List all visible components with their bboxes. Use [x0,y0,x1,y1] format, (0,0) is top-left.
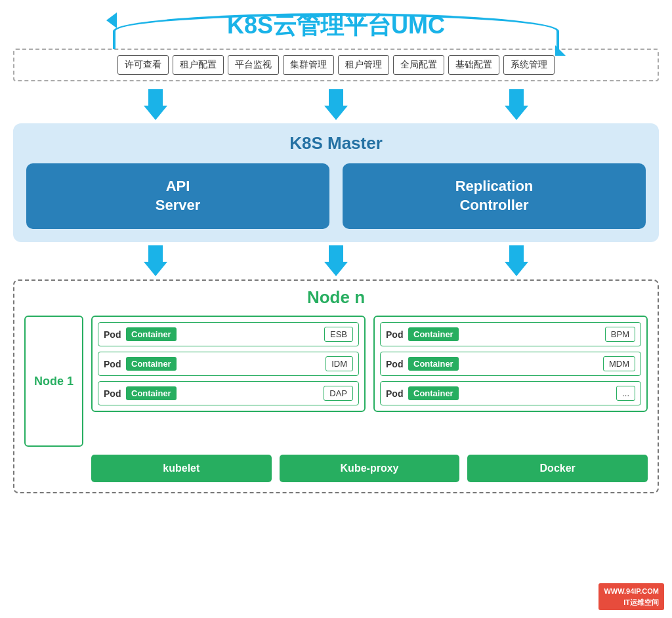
menu-item-7[interactable]: 系统管理 [503,55,555,75]
service-kube-proxy: Kube-proxy [280,455,460,482]
container-label-0: Container [126,327,177,341]
node1-box: Node 1 [24,316,83,447]
pod-label-1: Pod [104,359,122,369]
container-label-2: Container [126,386,177,400]
pod-row-dap: Pod Container DAP [98,381,359,405]
app-label-mdm: MDM [603,356,635,371]
api-server: API Server [26,163,329,229]
pod-row-esb: Pod Container ESB [98,322,359,346]
node1-label: Node 1 [34,375,74,388]
menu-item-4[interactable]: 租户管理 [338,55,389,75]
app-label-dap: DAP [324,386,353,401]
pod-group-left: Pod Container ESB Pod Container IDM Pod … [91,316,366,412]
pod-row-bpm: Pod Container BPM [380,322,641,346]
pod-group-right: Pod Container BPM Pod Container MDM Pod … [373,316,648,412]
umc-title: K8S云管理平台UMC [13,7,659,42]
services-row: kubelet Kube-proxy Docker [91,455,648,482]
arrow-4 [144,245,167,276]
pod-label-0: Pod [104,329,122,340]
pod-row-idm: Pod Container IDM [98,352,359,376]
app-label-esb: ESB [324,327,353,342]
watermark-line2: IT运维空间 [604,597,659,608]
container-label-5: Container [408,386,459,400]
watermark: WWW.94IP.COM IT运维空间 [598,583,664,610]
menu-item-6[interactable]: 基础配置 [448,55,499,75]
container-label-1: Container [126,357,177,371]
container-label-3: Container [408,327,459,341]
node-n-box: Node n Node 1 Pod Container ESB Pod Co [13,279,659,493]
pod-label-3: Pod [386,329,404,340]
menu-to-master-arrows [13,89,659,120]
arrow-3 [505,89,528,120]
menu-item-2[interactable]: 平台监视 [228,55,279,75]
menu-item-5[interactable]: 全局配置 [393,55,444,75]
master-to-node-arrows [13,245,659,276]
node-content: Node 1 Pod Container ESB Pod Container I… [24,316,648,447]
menu-item-1[interactable]: 租户配置 [173,55,224,75]
title-area: K8S云管理平台UMC [13,7,659,42]
service-docker: Docker [467,455,648,482]
pod-row-dots: Pod Container ... [380,381,641,405]
app-label-idm: IDM [326,356,353,371]
pod-label-2: Pod [104,388,122,399]
arrow-2 [324,89,348,120]
pod-groups: Pod Container ESB Pod Container IDM Pod … [91,316,648,412]
watermark-line1: WWW.94IP.COM [604,586,659,597]
menu-item-3[interactable]: 集群管理 [283,55,334,75]
pod-label-4: Pod [386,359,404,369]
master-title: K8S Master [26,133,646,154]
arrow-1 [144,89,167,120]
app-label-dots: ... [616,386,635,401]
node-n-title: Node n [24,287,648,308]
arrow-6 [505,245,528,276]
service-kubelet: kubelet [91,455,272,482]
main-container: K8S云管理平台UMC 许可查看 租户配置 平台监视 集群管理 租户管理 全局配… [0,0,672,618]
pod-label-5: Pod [386,388,404,399]
app-label-bpm: BPM [605,327,635,342]
master-components: API Server Replication Controller [26,163,646,229]
k8s-master-box: K8S Master API Server Replication Contro… [13,123,659,242]
arrow-5 [324,245,348,276]
pod-row-mdm: Pod Container MDM [380,352,641,376]
container-label-4: Container [408,357,459,371]
menu-item-0[interactable]: 许可查看 [117,55,169,75]
replication-controller: Replication Controller [343,163,646,229]
